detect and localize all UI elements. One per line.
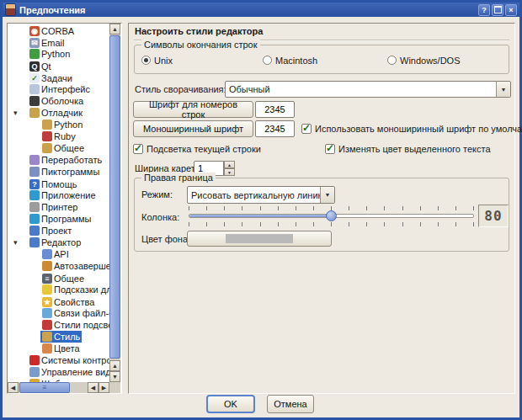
tree-item-content[interactable]: Стиль [40, 331, 82, 343]
line-number-font-size-field[interactable] [255, 101, 295, 118]
scroll-up2-icon[interactable]: ▲ [109, 360, 120, 371]
scroll-down-icon[interactable]: ▼ [109, 371, 120, 382]
tree-item-content[interactable]: Переработать [28, 154, 104, 166]
tree-item-content[interactable]: Оболочка [28, 95, 85, 107]
tree-vertical-scrollbar[interactable]: ▲ ▲ ▼ [109, 24, 120, 393]
slider-handle[interactable] [326, 210, 337, 221]
scroll-left-icon[interactable]: ◀ [8, 382, 19, 393]
tree-item-editor-highlight-styles[interactable]: Стили подсветки [8, 319, 110, 331]
tree-item-content[interactable]: Управление видом [28, 366, 110, 378]
tree-item-printer[interactable]: Принтер [8, 201, 110, 213]
tree-item-content[interactable]: ★Свойства [40, 296, 96, 308]
margin-mode-select[interactable]: Рисовать вертикальную линию ▼ [187, 186, 335, 204]
tree-item-content[interactable]: Отладчик [28, 107, 84, 119]
tree-item-content[interactable]: Общее [40, 142, 86, 154]
ok-button[interactable]: OK [206, 395, 255, 413]
tree-item-corba[interactable]: ◉CORBA [8, 24, 110, 36]
tree-item-content[interactable]: ◉CORBA [28, 25, 76, 37]
scroll-up-icon[interactable]: ▲ [109, 24, 120, 35]
fold-style-select[interactable]: Обычный ▼ [225, 81, 511, 98]
tree-item-debugger[interactable]: ▾Отладчик [8, 107, 110, 119]
tree-item-content[interactable]: Python [28, 48, 72, 60]
eol-radio-unix[interactable]: Unix [141, 55, 173, 66]
vertical-scrollbar-thumb[interactable] [109, 35, 120, 359]
tree-item-content[interactable]: Принтер [28, 201, 79, 213]
tree-item-content[interactable]: Цвета [40, 343, 82, 354]
tree-item-editor-style[interactable]: Стиль [8, 331, 110, 343]
tree-item-content[interactable]: Python [40, 119, 84, 130]
tree-item-content[interactable]: API [40, 248, 71, 260]
change-selected-text-color-checkbox[interactable]: ✓ Изменять цвет выделенного текста [325, 143, 491, 155]
tree-item-application[interactable]: Приложение [8, 189, 110, 201]
spin-down-icon[interactable]: ▼ [224, 168, 235, 176]
tree-item-editor-autocomplete[interactable]: Автозавершение [8, 260, 110, 272]
tree-item-editor-general[interactable]: ≡Общее [8, 272, 110, 284]
cancel-button[interactable]: Отмена [267, 395, 314, 413]
tree-item-debugger-python[interactable]: Python [8, 119, 110, 130]
tree-item-help[interactable]: ?Помощь [8, 178, 110, 189]
titlebar[interactable]: Предпочтения ? × [3, 3, 519, 17]
tree-item-content[interactable]: ≡Общее [40, 273, 86, 284]
highlight-current-line-checkbox[interactable]: ✓ Подсветка текущей строки [133, 143, 261, 155]
tree-item-content[interactable]: Автозавершение [40, 260, 110, 272]
chevron-down-icon[interactable]: ▼ [496, 82, 510, 97]
debugger-python-icon [42, 120, 52, 130]
tree-item-editor[interactable]: ▾Редактор [8, 237, 110, 248]
tree-item-shell[interactable]: Оболочка [8, 95, 110, 107]
tree-item-programs[interactable]: Программы [8, 213, 110, 225]
chevron-down-icon[interactable]: ▼ [320, 187, 334, 203]
mono-font-size-field[interactable] [255, 120, 295, 137]
tree-item-project[interactable]: Проект [8, 225, 110, 237]
tree-item-content[interactable]: Связи файл-синт [40, 307, 110, 319]
tree-item-content[interactable]: Системы контроля в [28, 354, 110, 366]
tree-item-python[interactable]: Python [8, 48, 110, 60]
tree-item-refactor[interactable]: Переработать [8, 154, 110, 166]
column-slider[interactable] [189, 214, 474, 218]
tree-item-email[interactable]: ✉Email [8, 36, 110, 48]
tree-item-tasks[interactable]: ✓Задачи [8, 72, 110, 83]
tree-item-content[interactable]: ✓Задачи [28, 72, 74, 84]
scroll-left2-icon[interactable]: ◀ [88, 382, 99, 393]
tree-item-content[interactable]: Стили подсветки [40, 319, 110, 331]
eol-radio-windowsdos[interactable]: Windows/DOS [387, 55, 461, 66]
tree-item-content[interactable]: Интерфейс [28, 83, 92, 95]
tree-item-content[interactable]: QQt [28, 61, 53, 72]
tree-item-content[interactable]: Проект [28, 225, 73, 237]
close-button[interactable]: × [505, 4, 517, 16]
line-number-font-button[interactable]: Шрифт для номеров строк [133, 101, 253, 118]
tree-item-content[interactable]: Приложение [28, 189, 98, 201]
tree-item-editor-tooltips[interactable]: Подсказки для п [8, 284, 110, 295]
tree-item-content[interactable]: Пиктограммы [28, 166, 101, 178]
maximize-button[interactable] [492, 4, 503, 16]
tree-item-editor-file-syntax[interactable]: Связи файл-синт [8, 307, 110, 319]
eol-radio-macintosh[interactable]: Macintosh [263, 55, 317, 66]
tree-item-debugger-ruby[interactable]: Ruby [8, 130, 110, 142]
expand-arrow-icon[interactable]: ▾ [13, 237, 18, 248]
tree-item-editor-api[interactable]: API [8, 248, 110, 260]
mono-font-button[interactable]: Моноширинный шрифт [133, 120, 253, 137]
tree-horizontal-scrollbar[interactable]: ◀ ≡ ◀ ▶ [8, 382, 109, 393]
tree-item-editor-colors[interactable]: Цвета [8, 343, 110, 354]
tree-item-vcs[interactable]: Системы контроля в [8, 354, 110, 366]
tree-item-content[interactable]: Ruby [40, 130, 77, 142]
spin-up-icon[interactable]: ▲ [224, 161, 235, 168]
expand-arrow-icon[interactable]: ▾ [13, 107, 18, 119]
tree-item-view-management[interactable]: Управление видом [8, 366, 110, 378]
tree-item-icons[interactable]: Пиктограммы [8, 166, 110, 178]
radio-label: Macintosh [275, 56, 317, 66]
tree-item-content[interactable]: Программы [28, 213, 93, 225]
tree-item-content[interactable]: ?Помощь [28, 178, 79, 190]
help-button[interactable]: ? [478, 4, 490, 16]
tree-item-content[interactable]: Подсказки для п [40, 284, 110, 295]
use-mono-default-checkbox[interactable]: ✓ Использовать моноширинный шрифт по умо… [301, 123, 522, 135]
scroll-right-icon[interactable]: ▶ [99, 382, 109, 393]
tree-item-qt[interactable]: QQt [8, 60, 110, 72]
horizontal-scrollbar-thumb[interactable]: ≡ [19, 382, 70, 393]
tree-item-editor-properties[interactable]: ★Свойства [8, 295, 110, 307]
tree-item-debugger-general[interactable]: Общее [8, 142, 110, 154]
background-color-button[interactable] [187, 231, 332, 247]
tree-item-content[interactable]: ✉Email [28, 37, 67, 49]
tree-item-interface[interactable]: Интерфейс [8, 83, 110, 95]
tree-item-content[interactable]: Редактор [28, 237, 83, 248]
margin-mode-value: Рисовать вертикальную линию [188, 190, 320, 200]
